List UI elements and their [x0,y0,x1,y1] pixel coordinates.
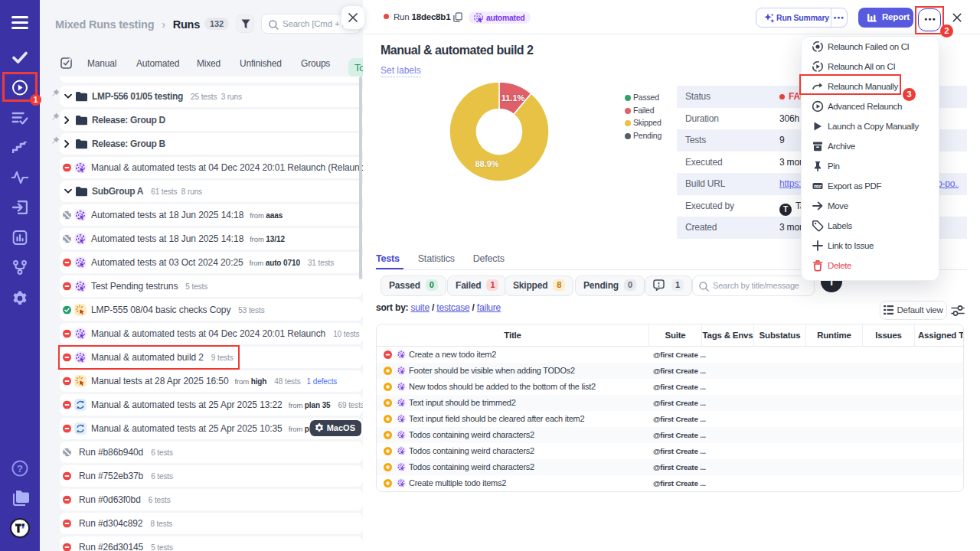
svg-text:88.9%: 88.9% [475,159,498,168]
svg-text:?: ? [17,463,23,474]
svg-text:PDF: PDF [814,184,822,189]
svg-text:11.1%: 11.1% [501,93,525,103]
